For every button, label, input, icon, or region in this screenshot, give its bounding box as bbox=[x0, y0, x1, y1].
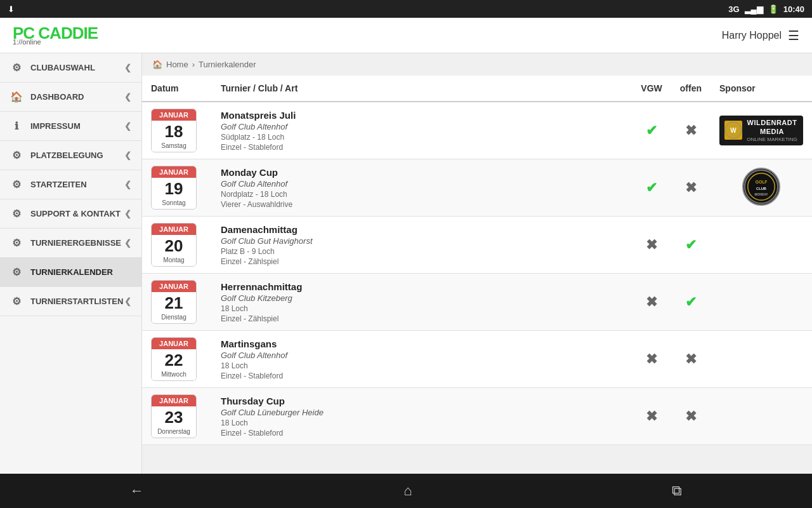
sidebar-label-dashboard: DASHBOARD bbox=[30, 92, 84, 102]
logo-sub: 1://online bbox=[13, 39, 98, 46]
table-row-vgw-1: ✔ bbox=[632, 159, 671, 217]
date-badge-3: Januar 21 Dienstag bbox=[151, 280, 197, 324]
date-badge-day-3: 21 bbox=[152, 292, 196, 312]
tourney-detail1-1: Nordplatz - 18 Loch bbox=[221, 190, 623, 199]
tourney-detail2-0: Einzel - Stableford bbox=[221, 143, 623, 152]
table-row-sponsor-3 bbox=[710, 274, 812, 331]
th-sponsor: Sponsor bbox=[710, 76, 812, 102]
home-button[interactable]: ⌂ bbox=[384, 478, 431, 504]
chevron-turnierstartlisten: ❮ bbox=[124, 297, 131, 306]
sidebar-item-clubauswahl[interactable]: ⚙ CLUBAUSWAHL ❮ bbox=[0, 53, 141, 83]
tourney-detail1-2: Platz B - 9 Loch bbox=[221, 247, 623, 256]
download-icon: ⬇ bbox=[8, 4, 15, 14]
sidebar-item-dashboard[interactable]: 🏠 DASHBOARD ❮ bbox=[0, 83, 141, 112]
date-badge-weekday-0: Samstag bbox=[152, 141, 196, 152]
table-row-info-1[interactable]: Monday Cup Golf Club Altenhof Nordplatz … bbox=[212, 159, 632, 217]
date-badge-day-5: 23 bbox=[152, 406, 196, 427]
sidebar-label-platzbelegung: PLATZBELEGUNG bbox=[30, 150, 103, 160]
date-badge-weekday-4: Mittwoch bbox=[152, 370, 196, 380]
sidebar-item-platzbelegung[interactable]: ⚙ PLATZBELEGUNG ❮ bbox=[0, 141, 141, 170]
th-offen: offen bbox=[671, 76, 710, 102]
offen-cross-4: ✖ bbox=[680, 351, 702, 368]
date-badge-day-1: 19 bbox=[152, 178, 196, 198]
svg-text:GOLF: GOLF bbox=[756, 180, 768, 184]
table-row-info-0[interactable]: Monatspreis Juli Golf Club Altenhof Südp… bbox=[212, 102, 632, 159]
breadcrumb-separator: › bbox=[192, 60, 195, 69]
signal-bars: ▂▄▆ bbox=[745, 4, 763, 14]
tourney-name-5: Thursday Cup bbox=[221, 396, 623, 406]
table-row-date-5: Januar 23 Donnerstag bbox=[142, 388, 212, 445]
date-badge-day-4: 22 bbox=[152, 349, 196, 370]
recent-button[interactable]: ⧉ bbox=[653, 478, 701, 504]
breadcrumb-home-link[interactable]: Home bbox=[166, 60, 188, 69]
date-badge-month-5: Januar bbox=[152, 395, 196, 406]
sidebar-label-startzeiten: STARTZEITEN bbox=[30, 180, 87, 189]
tourney-club-4: Golf Club Altenhof bbox=[221, 351, 623, 360]
date-badge-weekday-3: Dienstag bbox=[152, 312, 196, 323]
sidebar-item-turnierergebnisse[interactable]: ⚙ TURNIERERGEBNISSE ❮ bbox=[0, 229, 141, 258]
hamburger-menu[interactable]: ☰ bbox=[788, 28, 799, 43]
table-row-info-4[interactable]: Martinsgans Golf Club Altenhof 18 Loch E… bbox=[212, 331, 632, 388]
th-turnier: Turnier / Club / Art bbox=[212, 76, 632, 102]
chevron-support: ❮ bbox=[124, 209, 131, 218]
date-badge-weekday-1: Sonntag bbox=[152, 198, 196, 209]
tourney-name-4: Martinsgans bbox=[221, 338, 623, 349]
table-row-sponsor-4 bbox=[710, 331, 812, 388]
sidebar-item-startzeiten[interactable]: ⚙ STARTZEITEN ❮ bbox=[0, 170, 141, 199]
table-row-offen-5: ✖ bbox=[671, 388, 710, 445]
date-badge-day-2: 20 bbox=[152, 235, 196, 255]
sidebar-item-turnierstartlisten[interactable]: ⚙ TURNIERSTARTLISTEN ❮ bbox=[0, 287, 141, 316]
tourney-club-5: Golf Club Lüneburger Heide bbox=[221, 408, 623, 417]
tourney-detail2-3: Einzel - Zählspiel bbox=[221, 314, 623, 323]
header-right: Harry Hoppel ☰ bbox=[722, 28, 799, 43]
platzbelegung-icon: ⚙ bbox=[10, 149, 23, 161]
date-badge-weekday-5: Donnerstag bbox=[152, 427, 196, 438]
battery-icon: 🔋 bbox=[768, 4, 778, 14]
svg-text:MONDAY: MONDAY bbox=[755, 193, 769, 196]
startzeiten-icon: ⚙ bbox=[10, 178, 23, 190]
tourney-detail2-4: Einzel - Stableford bbox=[221, 371, 623, 380]
table-row-info-2[interactable]: Damenachmittag Golf Club Gut Havighorst … bbox=[212, 217, 632, 274]
tourney-detail1-3: 18 Loch bbox=[221, 304, 623, 313]
sidebar-item-support[interactable]: ⚙ SUPPORT & KONTAKT ❮ bbox=[0, 199, 141, 229]
date-badge-5: Januar 23 Donnerstag bbox=[151, 394, 197, 438]
support-icon: ⚙ bbox=[10, 208, 23, 220]
status-bar: ⬇ 3G ▂▄▆ 🔋 10:40 bbox=[0, 0, 812, 18]
signal-indicator: 3G bbox=[728, 4, 739, 14]
tourney-detail2-1: Vierer - Auswahldrive bbox=[221, 200, 623, 209]
date-badge-month-4: Januar bbox=[152, 338, 196, 349]
main-layout: ⚙ CLUBAUSWAHL ❮ 🏠 DASHBOARD ❮ ℹ IMPRESSU… bbox=[0, 53, 812, 474]
chevron-dashboard: ❮ bbox=[124, 92, 131, 102]
date-badge-0: Januar 18 Samstag bbox=[151, 109, 197, 152]
svg-text:W: W bbox=[730, 127, 737, 134]
table-row-date-0: Januar 18 Samstag bbox=[142, 102, 212, 159]
tourney-detail2-5: Einzel - Stableford bbox=[221, 429, 623, 438]
vgw-cross-4: ✖ bbox=[641, 351, 662, 368]
table-row-info-5[interactable]: Thursday Cup Golf Club Lüneburger Heide … bbox=[212, 388, 632, 445]
date-badge-4: Januar 22 Mittwoch bbox=[151, 337, 197, 381]
table-row-vgw-2: ✖ bbox=[632, 217, 671, 274]
chevron-impressum: ❮ bbox=[124, 121, 131, 131]
tourney-club-2: Golf Club Gut Havighorst bbox=[221, 236, 623, 246]
chevron-clubauswahl: ❮ bbox=[124, 63, 131, 72]
vgw-cross-5: ✖ bbox=[641, 408, 662, 425]
table-row-sponsor-5 bbox=[710, 388, 812, 445]
svg-text:CLUB: CLUB bbox=[756, 187, 766, 190]
table-row-date-4: Januar 22 Mittwoch bbox=[142, 331, 212, 388]
sidebar-item-impressum[interactable]: ℹ IMPRESSUM ❮ bbox=[0, 112, 141, 141]
vgw-check-0: ✔ bbox=[641, 123, 662, 139]
breadcrumb-home-icon: 🏠 bbox=[152, 60, 162, 69]
content-area: 🏠 Home › Turnierkalender Datum Turnier /… bbox=[142, 53, 812, 474]
table-row-vgw-3: ✖ bbox=[632, 274, 671, 331]
table-row-vgw-5: ✖ bbox=[632, 388, 671, 445]
back-button[interactable]: ← bbox=[111, 478, 163, 504]
tourney-detail2-2: Einzel - Zählspiel bbox=[221, 257, 623, 266]
sponsor-wildenradt-logo: W bbox=[724, 121, 742, 140]
table-row-offen-2: ✔ bbox=[671, 217, 710, 274]
sidebar-item-turnierkalender[interactable]: ⚙ TURNIERKALENDER bbox=[0, 258, 141, 287]
chevron-startzeiten: ❮ bbox=[124, 180, 131, 189]
status-bar-left: ⬇ bbox=[8, 4, 15, 14]
sidebar-label-turnierergebnisse: TURNIERERGEBNISSE bbox=[30, 238, 121, 248]
offen-cross-5: ✖ bbox=[680, 408, 702, 425]
table-row-info-3[interactable]: Herrennachmittag Golf Club Kitzeberg 18 … bbox=[212, 274, 632, 331]
